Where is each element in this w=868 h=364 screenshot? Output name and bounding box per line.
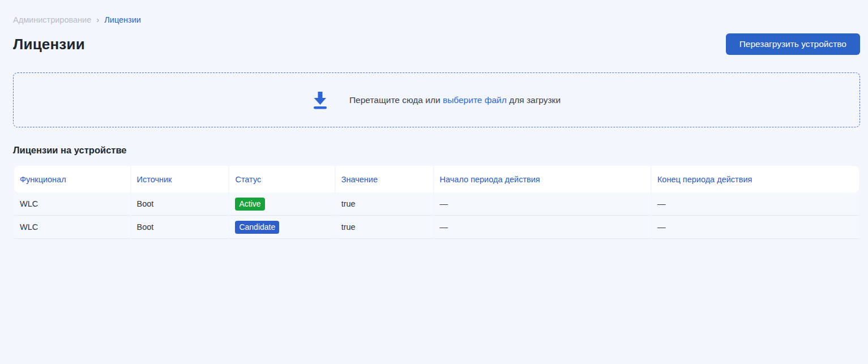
title-row: Лицензии Перезагрузить устройство — [13, 33, 860, 55]
cell-status: Active — [229, 192, 334, 216]
chevron-right-icon: › — [96, 15, 99, 24]
table-row: WLC Boot Active true — — — [14, 192, 859, 216]
choose-file-link[interactable]: выберите файл — [443, 95, 507, 105]
page-content: Администрирование › Лицензии Лицензии Пе… — [0, 0, 868, 239]
cell-source: Boot — [131, 192, 229, 216]
download-icon — [313, 91, 328, 109]
cell-end: — — [652, 216, 859, 239]
column-header-value: Значение — [336, 166, 433, 192]
column-header-end: Конец периода действия — [652, 166, 859, 192]
cell-end: — — [652, 192, 859, 216]
column-header-start: Начало периода действия — [434, 166, 651, 192]
reboot-device-button[interactable]: Перезагрузить устройство — [726, 33, 860, 55]
breadcrumb-item-administration[interactable]: Администрирование — [13, 15, 91, 24]
dropzone-text-before: Перетащите сюда или — [349, 95, 443, 105]
cell-value: true — [336, 192, 433, 216]
dropzone-content: Перетащите сюда или выберите файл для за… — [313, 91, 561, 109]
page-title: Лицензии — [13, 36, 85, 53]
cell-value: true — [336, 216, 433, 239]
status-badge: Candidate — [235, 221, 279, 234]
licenses-table: Функционал Источник Статус Значение Нача… — [13, 166, 860, 239]
dropzone-text-after: для загрузки — [507, 95, 561, 105]
cell-functional: WLC — [14, 216, 130, 239]
cell-functional: WLC — [14, 192, 130, 216]
breadcrumb: Администрирование › Лицензии — [13, 0, 860, 24]
column-header-status: Статус — [229, 166, 334, 192]
cell-start: — — [434, 216, 651, 239]
status-badge: Active — [235, 198, 264, 211]
breadcrumb-item-licenses[interactable]: Лицензии — [104, 15, 141, 24]
table-row: WLC Boot Candidate true — — — [14, 216, 859, 239]
dropzone-text: Перетащите сюда или выберите файл для за… — [349, 95, 561, 105]
column-header-functional: Функционал — [14, 166, 130, 192]
licenses-section-title: Лицензии на устройстве — [13, 145, 860, 156]
column-header-source: Источник — [131, 166, 229, 192]
table-header-row: Функционал Источник Статус Значение Нача… — [14, 166, 859, 192]
file-dropzone[interactable]: Перетащите сюда или выберите файл для за… — [13, 72, 860, 127]
cell-status: Candidate — [229, 216, 334, 239]
cell-source: Boot — [131, 216, 229, 239]
cell-start: — — [434, 192, 651, 216]
